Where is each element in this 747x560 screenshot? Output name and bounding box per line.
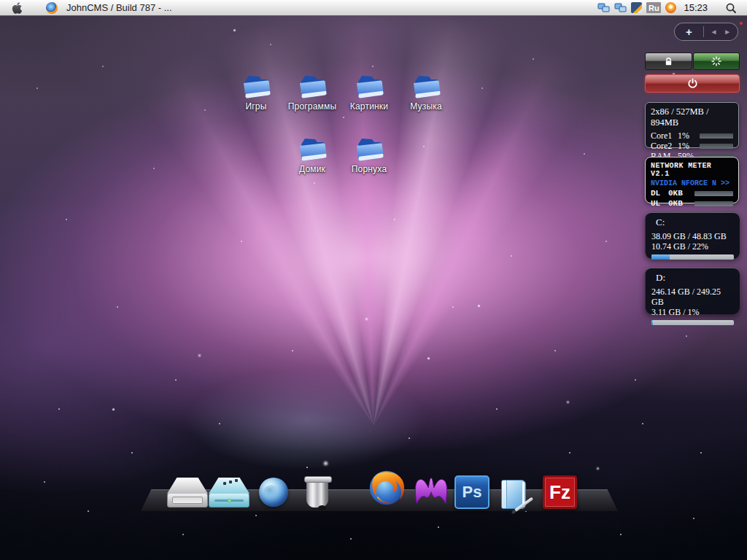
filezilla-label: Fz	[549, 481, 570, 504]
filezilla-icon: Fz	[543, 475, 577, 509]
globe-icon	[259, 478, 288, 507]
menu-clock[interactable]: 15:23	[684, 2, 708, 13]
language-indicator[interactable]: Ru	[646, 2, 661, 13]
network-tray-icon-2[interactable]	[614, 2, 627, 13]
dock-item-miranda-im[interactable]	[413, 472, 449, 508]
search-icon[interactable]	[725, 2, 737, 14]
menu-bar: JohnCMS / Build 787 - ... Ru 15:23	[0, 0, 747, 16]
dock-item-network-globe[interactable]	[259, 478, 288, 507]
apple-menu-icon[interactable]	[12, 1, 23, 15]
app-tray-icon[interactable]	[631, 2, 642, 13]
firefox-taskbar-icon[interactable]	[46, 2, 58, 14]
dock-item-trash[interactable]	[306, 480, 328, 508]
hard-drive-icon	[167, 478, 208, 508]
trash-icon	[306, 480, 328, 508]
dock: Ps Fz	[0, 0, 747, 560]
dock-item-filezilla[interactable]: Fz	[543, 475, 577, 509]
dock-item-photoshop[interactable]: Ps	[454, 475, 489, 509]
dock-item-hard-drive[interactable]	[167, 478, 208, 508]
dock-item-firefox[interactable]	[367, 468, 406, 510]
photoshop-label: Ps	[462, 483, 482, 502]
network-tray-icon[interactable]	[597, 2, 610, 13]
miranda-icon	[413, 472, 449, 505]
active-window-title[interactable]: JohnCMS / Build 787 - ...	[66, 2, 172, 13]
dock-item-text-editor[interactable]	[501, 480, 526, 509]
dock-item-firewire-drive[interactable]	[209, 478, 249, 508]
photoshop-icon: Ps	[454, 475, 489, 509]
firefox-icon	[367, 468, 406, 508]
orange-app-tray-icon[interactable]	[665, 2, 676, 13]
desktop-screen: JohnCMS / Build 787 - ... Ru 15:23 Игры	[0, 0, 747, 560]
firewire-drive-icon	[209, 478, 249, 508]
